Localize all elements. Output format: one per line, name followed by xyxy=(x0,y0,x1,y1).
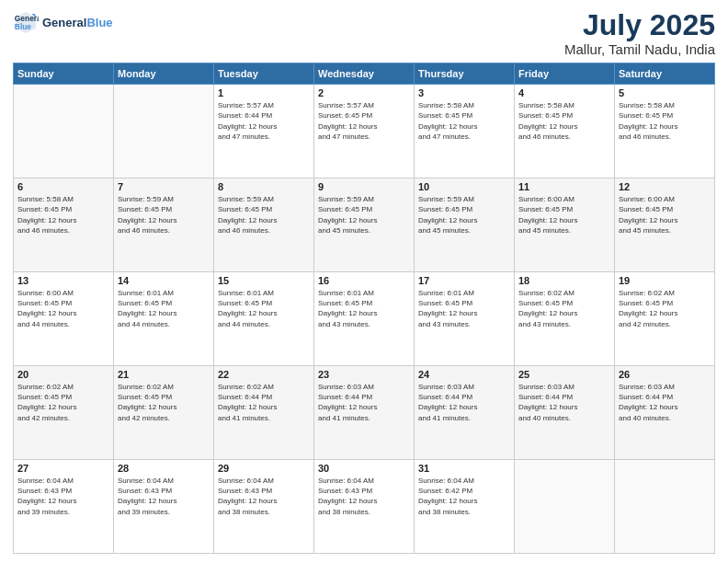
calendar-day-cell: 29Sunrise: 6:04 AM Sunset: 6:43 PM Dayli… xyxy=(214,460,314,554)
header: General Blue GeneralBlue July 2025 Mallu… xyxy=(13,9,715,57)
day-number: 22 xyxy=(218,369,310,380)
weekday-header: Sunday xyxy=(14,63,114,85)
calendar-day-cell: 21Sunrise: 6:02 AM Sunset: 6:45 PM Dayli… xyxy=(114,366,214,460)
calendar-day-cell xyxy=(114,85,214,178)
calendar-day-cell: 16Sunrise: 6:01 AM Sunset: 6:45 PM Dayli… xyxy=(314,272,415,366)
calendar-week-row: 1Sunrise: 5:57 AM Sunset: 6:44 PM Daylig… xyxy=(14,85,715,178)
weekday-header: Tuesday xyxy=(214,63,314,85)
calendar-day-cell: 22Sunrise: 6:02 AM Sunset: 6:44 PM Dayli… xyxy=(214,366,314,460)
day-info: Sunrise: 6:04 AM Sunset: 6:43 PM Dayligh… xyxy=(17,476,109,517)
calendar-day-cell: 27Sunrise: 6:04 AM Sunset: 6:43 PM Dayli… xyxy=(14,460,114,554)
day-info: Sunrise: 6:02 AM Sunset: 6:45 PM Dayligh… xyxy=(619,288,711,329)
day-info: Sunrise: 6:00 AM Sunset: 6:45 PM Dayligh… xyxy=(518,194,610,236)
day-number: 4 xyxy=(518,87,610,98)
day-info: Sunrise: 6:04 AM Sunset: 6:43 PM Dayligh… xyxy=(218,476,310,517)
day-number: 5 xyxy=(619,87,711,98)
calendar-day-cell xyxy=(515,460,615,554)
day-info: Sunrise: 6:04 AM Sunset: 6:43 PM Dayligh… xyxy=(118,476,210,517)
day-info: Sunrise: 6:01 AM Sunset: 6:45 PM Dayligh… xyxy=(118,288,210,329)
day-number: 14 xyxy=(118,275,210,286)
svg-text:Blue: Blue xyxy=(15,22,31,31)
calendar-day-cell: 9Sunrise: 5:59 AM Sunset: 6:45 PM Daylig… xyxy=(314,178,415,272)
day-info: Sunrise: 5:57 AM Sunset: 6:44 PM Dayligh… xyxy=(218,100,310,142)
day-number: 15 xyxy=(218,275,310,286)
day-number: 21 xyxy=(118,369,210,380)
day-number: 7 xyxy=(118,181,210,192)
day-number: 27 xyxy=(17,463,109,474)
day-info: Sunrise: 6:03 AM Sunset: 6:44 PM Dayligh… xyxy=(619,382,711,423)
day-number: 25 xyxy=(518,369,610,380)
day-info: Sunrise: 6:03 AM Sunset: 6:44 PM Dayligh… xyxy=(318,382,410,423)
calendar-table: SundayMondayTuesdayWednesdayThursdayFrid… xyxy=(13,63,715,554)
day-number: 9 xyxy=(318,181,410,192)
calendar-day-cell: 14Sunrise: 6:01 AM Sunset: 6:45 PM Dayli… xyxy=(114,272,214,366)
day-info: Sunrise: 5:59 AM Sunset: 6:45 PM Dayligh… xyxy=(418,194,510,236)
day-info: Sunrise: 5:59 AM Sunset: 6:45 PM Dayligh… xyxy=(118,194,210,236)
day-info: Sunrise: 6:03 AM Sunset: 6:44 PM Dayligh… xyxy=(518,382,610,423)
calendar-day-cell: 24Sunrise: 6:03 AM Sunset: 6:44 PM Dayli… xyxy=(415,366,515,460)
calendar-day-cell: 3Sunrise: 5:58 AM Sunset: 6:45 PM Daylig… xyxy=(415,85,515,178)
day-number: 24 xyxy=(418,369,510,380)
location-title: Mallur, Tamil Nadu, India xyxy=(564,41,715,57)
calendar-day-cell: 28Sunrise: 6:04 AM Sunset: 6:43 PM Dayli… xyxy=(114,460,214,554)
weekday-header: Friday xyxy=(515,63,615,85)
calendar-day-cell: 15Sunrise: 6:01 AM Sunset: 6:45 PM Dayli… xyxy=(214,272,314,366)
day-info: Sunrise: 5:58 AM Sunset: 6:45 PM Dayligh… xyxy=(518,100,610,142)
day-number: 10 xyxy=(418,181,510,192)
day-info: Sunrise: 5:59 AM Sunset: 6:45 PM Dayligh… xyxy=(318,194,410,236)
weekday-header: Thursday xyxy=(415,63,515,85)
page: General Blue GeneralBlue July 2025 Mallu… xyxy=(0,0,728,563)
calendar-day-cell: 12Sunrise: 6:00 AM Sunset: 6:45 PM Dayli… xyxy=(615,178,715,272)
calendar-day-cell: 30Sunrise: 6:04 AM Sunset: 6:43 PM Dayli… xyxy=(314,460,415,554)
day-number: 17 xyxy=(418,275,510,286)
day-number: 13 xyxy=(17,275,109,286)
day-info: Sunrise: 6:03 AM Sunset: 6:44 PM Dayligh… xyxy=(418,382,510,423)
day-number: 1 xyxy=(218,87,310,98)
day-info: Sunrise: 6:02 AM Sunset: 6:45 PM Dayligh… xyxy=(17,382,109,423)
calendar-header-row: SundayMondayTuesdayWednesdayThursdayFrid… xyxy=(14,63,715,85)
day-info: Sunrise: 6:00 AM Sunset: 6:45 PM Dayligh… xyxy=(619,194,711,236)
day-info: Sunrise: 6:02 AM Sunset: 6:44 PM Dayligh… xyxy=(218,382,310,423)
weekday-header: Wednesday xyxy=(314,63,415,85)
calendar-day-cell: 1Sunrise: 5:57 AM Sunset: 6:44 PM Daylig… xyxy=(214,85,314,178)
calendar-day-cell: 19Sunrise: 6:02 AM Sunset: 6:45 PM Dayli… xyxy=(615,272,715,366)
day-number: 23 xyxy=(318,369,410,380)
logo: General Blue GeneralBlue xyxy=(13,9,113,35)
weekday-header: Monday xyxy=(114,63,214,85)
day-info: Sunrise: 6:02 AM Sunset: 6:45 PM Dayligh… xyxy=(518,288,610,329)
day-info: Sunrise: 5:58 AM Sunset: 6:45 PM Dayligh… xyxy=(17,194,109,236)
calendar-day-cell: 6Sunrise: 5:58 AM Sunset: 6:45 PM Daylig… xyxy=(14,178,114,272)
day-info: Sunrise: 5:57 AM Sunset: 6:45 PM Dayligh… xyxy=(318,100,410,142)
weekday-header: Saturday xyxy=(615,63,715,85)
calendar-day-cell: 5Sunrise: 5:58 AM Sunset: 6:45 PM Daylig… xyxy=(615,85,715,178)
day-number: 30 xyxy=(318,463,410,474)
day-info: Sunrise: 6:01 AM Sunset: 6:45 PM Dayligh… xyxy=(318,288,410,329)
day-number: 12 xyxy=(619,181,711,192)
calendar-day-cell: 2Sunrise: 5:57 AM Sunset: 6:45 PM Daylig… xyxy=(314,85,415,178)
calendar-day-cell: 26Sunrise: 6:03 AM Sunset: 6:44 PM Dayli… xyxy=(615,366,715,460)
day-number: 2 xyxy=(318,87,410,98)
calendar-week-row: 6Sunrise: 5:58 AM Sunset: 6:45 PM Daylig… xyxy=(14,178,715,272)
calendar-day-cell: 18Sunrise: 6:02 AM Sunset: 6:45 PM Dayli… xyxy=(515,272,615,366)
calendar-day-cell: 10Sunrise: 5:59 AM Sunset: 6:45 PM Dayli… xyxy=(415,178,515,272)
day-info: Sunrise: 6:01 AM Sunset: 6:45 PM Dayligh… xyxy=(418,288,510,329)
day-info: Sunrise: 6:04 AM Sunset: 6:42 PM Dayligh… xyxy=(418,476,510,517)
title-block: July 2025 Mallur, Tamil Nadu, India xyxy=(564,9,715,57)
day-info: Sunrise: 5:59 AM Sunset: 6:45 PM Dayligh… xyxy=(218,194,310,236)
day-info: Sunrise: 5:58 AM Sunset: 6:45 PM Dayligh… xyxy=(418,100,510,142)
calendar-week-row: 13Sunrise: 6:00 AM Sunset: 6:45 PM Dayli… xyxy=(14,272,715,366)
day-number: 6 xyxy=(17,181,109,192)
day-number: 29 xyxy=(218,463,310,474)
calendar-week-row: 20Sunrise: 6:02 AM Sunset: 6:45 PM Dayli… xyxy=(14,366,715,460)
day-number: 20 xyxy=(17,369,109,380)
day-number: 3 xyxy=(418,87,510,98)
day-number: 19 xyxy=(619,275,711,286)
calendar-day-cell: 8Sunrise: 5:59 AM Sunset: 6:45 PM Daylig… xyxy=(214,178,314,272)
calendar-day-cell: 31Sunrise: 6:04 AM Sunset: 6:42 PM Dayli… xyxy=(415,460,515,554)
calendar-day-cell: 25Sunrise: 6:03 AM Sunset: 6:44 PM Dayli… xyxy=(515,366,615,460)
logo-text: GeneralBlue xyxy=(42,16,113,29)
day-info: Sunrise: 6:04 AM Sunset: 6:43 PM Dayligh… xyxy=(318,476,410,517)
day-info: Sunrise: 5:58 AM Sunset: 6:45 PM Dayligh… xyxy=(619,100,711,142)
calendar-day-cell: 13Sunrise: 6:00 AM Sunset: 6:45 PM Dayli… xyxy=(14,272,114,366)
logo-icon: General Blue xyxy=(13,9,39,35)
